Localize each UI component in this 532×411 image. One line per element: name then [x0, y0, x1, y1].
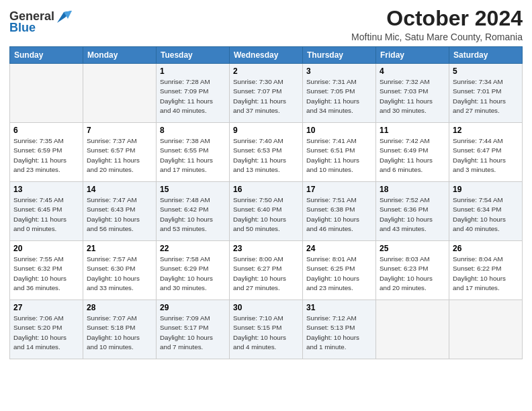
- day-number: 19: [453, 185, 519, 194]
- day-info: Sunrise: 7:58 AMSunset: 6:29 PMDaylight:…: [160, 255, 226, 293]
- day-number: 23: [233, 244, 299, 253]
- day-info: Sunrise: 7:57 AMSunset: 6:30 PMDaylight:…: [87, 255, 152, 293]
- logo-bird-icon: [57, 11, 72, 23]
- day-info: Sunrise: 7:37 AMSunset: 6:57 PMDaylight:…: [87, 136, 152, 175]
- day-info: Sunrise: 7:09 AMSunset: 5:17 PMDaylight:…: [160, 314, 226, 352]
- day-number: 8: [160, 126, 226, 135]
- day-number: 10: [306, 126, 372, 135]
- day-info: Sunrise: 7:38 AMSunset: 6:55 PMDaylight:…: [160, 136, 226, 175]
- calendar-cell: 30Sunrise: 7:10 AMSunset: 5:15 PMDayligh…: [230, 300, 303, 359]
- weekday-header-monday: Monday: [83, 47, 157, 64]
- day-info: Sunrise: 7:28 AMSunset: 7:09 PMDaylight:…: [160, 77, 226, 116]
- day-number: 15: [160, 185, 226, 194]
- day-number: 13: [13, 185, 79, 194]
- day-number: 2: [233, 66, 299, 76]
- weekday-header-saturday: Saturday: [449, 47, 523, 64]
- calendar-cell: 2Sunrise: 7:30 AMSunset: 7:07 PMDaylight…: [230, 64, 303, 123]
- calendar-cell: 20Sunrise: 7:55 AMSunset: 6:32 PMDayligh…: [10, 241, 83, 300]
- calendar-cell: 7Sunrise: 7:37 AMSunset: 6:57 PMDaylight…: [83, 123, 157, 182]
- day-number: 7: [87, 126, 152, 135]
- page: General Blue October 2024 Moftinu Mic, S…: [0, 0, 532, 411]
- day-info: Sunrise: 7:50 AMSunset: 6:40 PMDaylight:…: [233, 195, 299, 234]
- calendar-cell: 28Sunrise: 7:07 AMSunset: 5:18 PMDayligh…: [83, 300, 157, 359]
- calendar-cell: 1Sunrise: 7:28 AMSunset: 7:09 PMDaylight…: [157, 64, 230, 123]
- day-info: Sunrise: 7:47 AMSunset: 6:43 PMDaylight:…: [87, 195, 152, 234]
- calendar-cell: 21Sunrise: 7:57 AMSunset: 6:30 PMDayligh…: [83, 241, 157, 300]
- calendar-table: SundayMondayTuesdayWednesdayThursdayFrid…: [9, 46, 523, 359]
- day-number: 4: [380, 66, 445, 76]
- week-row-3: 13Sunrise: 7:45 AMSunset: 6:45 PMDayligh…: [10, 182, 523, 241]
- day-info: Sunrise: 7:35 AMSunset: 6:59 PMDaylight:…: [13, 136, 79, 175]
- day-info: Sunrise: 8:00 AMSunset: 6:27 PMDaylight:…: [233, 255, 299, 293]
- day-info: Sunrise: 7:52 AMSunset: 6:36 PMDaylight:…: [380, 195, 445, 234]
- day-info: Sunrise: 7:12 AMSunset: 5:13 PMDaylight:…: [306, 314, 372, 352]
- day-number: 22: [160, 244, 226, 253]
- day-info: Sunrise: 7:42 AMSunset: 6:49 PMDaylight:…: [380, 136, 445, 175]
- weekday-header-thursday: Thursday: [303, 47, 376, 64]
- calendar-cell: [83, 64, 157, 123]
- day-info: Sunrise: 7:44 AMSunset: 6:47 PMDaylight:…: [453, 136, 519, 175]
- day-number: 6: [13, 126, 79, 135]
- day-number: 20: [13, 244, 79, 253]
- day-info: Sunrise: 7:41 AMSunset: 6:51 PMDaylight:…: [306, 136, 372, 175]
- day-number: 17: [306, 185, 372, 194]
- day-info: Sunrise: 8:01 AMSunset: 6:25 PMDaylight:…: [306, 255, 372, 293]
- calendar-cell: 19Sunrise: 7:54 AMSunset: 6:34 PMDayligh…: [449, 182, 523, 241]
- logo-blue-text: Blue: [9, 21, 36, 35]
- calendar-cell: 14Sunrise: 7:47 AMSunset: 6:43 PMDayligh…: [83, 182, 157, 241]
- header: General Blue October 2024 Moftinu Mic, S…: [9, 7, 523, 42]
- calendar-cell: 26Sunrise: 8:04 AMSunset: 6:22 PMDayligh…: [449, 241, 523, 300]
- day-number: 18: [380, 185, 445, 194]
- day-number: 1: [160, 66, 226, 76]
- calendar-cell: 31Sunrise: 7:12 AMSunset: 5:13 PMDayligh…: [303, 300, 376, 359]
- day-number: 30: [233, 303, 299, 312]
- day-number: 5: [453, 66, 519, 76]
- day-info: Sunrise: 7:06 AMSunset: 5:20 PMDaylight:…: [13, 314, 79, 352]
- title-block: October 2024 Moftinu Mic, Satu Mare Coun…: [351, 7, 523, 42]
- day-info: Sunrise: 8:03 AMSunset: 6:23 PMDaylight:…: [380, 255, 445, 293]
- calendar-cell: 6Sunrise: 7:35 AMSunset: 6:59 PMDaylight…: [10, 123, 83, 182]
- day-number: 31: [306, 303, 372, 312]
- calendar-cell: 25Sunrise: 8:03 AMSunset: 6:23 PMDayligh…: [376, 241, 449, 300]
- calendar-cell: 13Sunrise: 7:45 AMSunset: 6:45 PMDayligh…: [10, 182, 83, 241]
- calendar-cell: 10Sunrise: 7:41 AMSunset: 6:51 PMDayligh…: [303, 123, 376, 182]
- day-info: Sunrise: 7:30 AMSunset: 7:07 PMDaylight:…: [233, 77, 299, 116]
- week-row-4: 20Sunrise: 7:55 AMSunset: 6:32 PMDayligh…: [10, 241, 523, 300]
- day-number: 25: [380, 244, 445, 253]
- calendar-cell: 4Sunrise: 7:32 AMSunset: 7:03 PMDaylight…: [376, 64, 449, 123]
- calendar-cell: 23Sunrise: 8:00 AMSunset: 6:27 PMDayligh…: [230, 241, 303, 300]
- calendar-cell: 16Sunrise: 7:50 AMSunset: 6:40 PMDayligh…: [230, 182, 303, 241]
- day-info: Sunrise: 7:07 AMSunset: 5:18 PMDaylight:…: [87, 314, 152, 352]
- calendar-cell: 22Sunrise: 7:58 AMSunset: 6:29 PMDayligh…: [157, 241, 230, 300]
- calendar-cell: [376, 300, 449, 359]
- calendar-cell: 9Sunrise: 7:40 AMSunset: 6:53 PMDaylight…: [230, 123, 303, 182]
- day-info: Sunrise: 7:48 AMSunset: 6:42 PMDaylight:…: [160, 195, 226, 234]
- calendar-cell: 18Sunrise: 7:52 AMSunset: 6:36 PMDayligh…: [376, 182, 449, 241]
- day-info: Sunrise: 7:31 AMSunset: 7:05 PMDaylight:…: [306, 77, 372, 116]
- weekday-header-sunday: Sunday: [10, 47, 83, 64]
- day-info: Sunrise: 7:32 AMSunset: 7:03 PMDaylight:…: [380, 77, 445, 116]
- calendar-cell: 15Sunrise: 7:48 AMSunset: 6:42 PMDayligh…: [157, 182, 230, 241]
- week-row-5: 27Sunrise: 7:06 AMSunset: 5:20 PMDayligh…: [10, 300, 523, 359]
- day-number: 11: [380, 126, 445, 135]
- calendar-cell: 11Sunrise: 7:42 AMSunset: 6:49 PMDayligh…: [376, 123, 449, 182]
- weekday-header-tuesday: Tuesday: [157, 47, 230, 64]
- week-row-2: 6Sunrise: 7:35 AMSunset: 6:59 PMDaylight…: [10, 123, 523, 182]
- calendar-cell: 8Sunrise: 7:38 AMSunset: 6:55 PMDaylight…: [157, 123, 230, 182]
- weekday-header-wednesday: Wednesday: [230, 47, 303, 64]
- calendar-cell: [449, 300, 523, 359]
- calendar-cell: 29Sunrise: 7:09 AMSunset: 5:17 PMDayligh…: [157, 300, 230, 359]
- calendar-cell: 24Sunrise: 8:01 AMSunset: 6:25 PMDayligh…: [303, 241, 376, 300]
- day-number: 14: [87, 185, 152, 194]
- day-number: 29: [160, 303, 226, 312]
- calendar-cell: 17Sunrise: 7:51 AMSunset: 6:38 PMDayligh…: [303, 182, 376, 241]
- day-info: Sunrise: 7:55 AMSunset: 6:32 PMDaylight:…: [13, 255, 79, 293]
- day-number: 3: [306, 66, 372, 76]
- day-info: Sunrise: 8:04 AMSunset: 6:22 PMDaylight:…: [453, 255, 519, 293]
- calendar-cell: 3Sunrise: 7:31 AMSunset: 7:05 PMDaylight…: [303, 64, 376, 123]
- day-info: Sunrise: 7:10 AMSunset: 5:15 PMDaylight:…: [233, 314, 299, 352]
- weekday-header-friday: Friday: [376, 47, 449, 64]
- day-number: 12: [453, 126, 519, 135]
- location-title: Moftinu Mic, Satu Mare County, Romania: [351, 32, 523, 42]
- weekday-header-row: SundayMondayTuesdayWednesdayThursdayFrid…: [10, 47, 523, 64]
